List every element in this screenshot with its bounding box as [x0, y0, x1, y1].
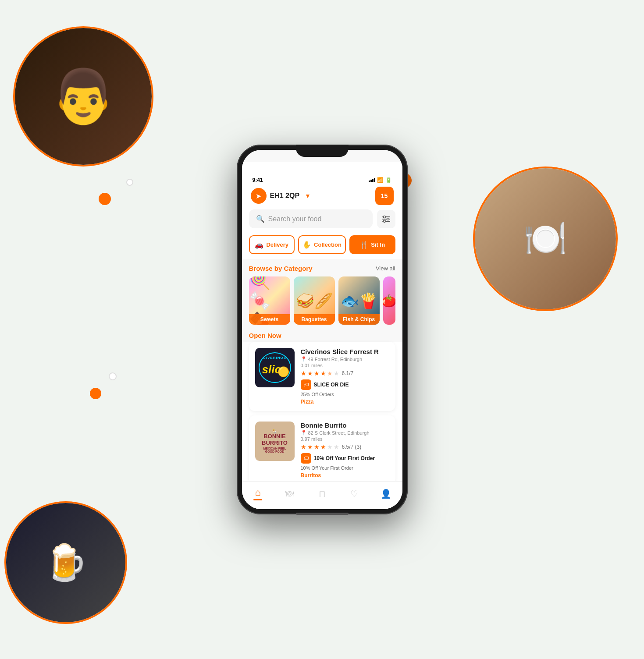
bottom-nav: ⌂ 🍽 ⊓ ♡ 👤 — [242, 481, 402, 509]
search-bar[interactable]: 🔍 Search your food — [249, 209, 373, 228]
location-pin-icon: 📍 — [301, 356, 307, 362]
bstar-2: ★ — [307, 443, 313, 450]
circle-restaurant: 🍽️ — [473, 167, 618, 311]
nav-table[interactable]: ⊓ — [306, 485, 338, 502]
heart-icon: ♡ — [350, 489, 358, 499]
scroll-area[interactable]: Browse by Category View all 🍭🍬🍫 Sweets 🥪… — [242, 259, 402, 481]
location-area[interactable]: ➤ EH1 2QP ▼ — [251, 188, 311, 204]
civerinos-cuisine: Pizza — [301, 399, 389, 405]
civerinos-info: Civerinos Slice Forrest R 📍 49 Forrest R… — [301, 348, 389, 405]
dot-white-3 — [109, 372, 117, 380]
tab-delivery[interactable]: 🚗 Delivery — [249, 235, 295, 254]
location-dropdown-icon: ▼ — [305, 192, 311, 199]
civerinos-rating: 6.1/7 — [342, 370, 354, 376]
status-bar: 9:41 📶 🔋 — [242, 162, 402, 183]
svg-point-4 — [387, 218, 389, 220]
star-3: ★ — [314, 370, 320, 377]
extra-bg: 🍅 — [383, 276, 395, 325]
bonnie-stars: ★ ★ ★ ★ ★ ★ 6.5/7 (3) — [301, 443, 389, 450]
fish-chips-label: Fish & Chips — [338, 314, 380, 325]
profile-icon: 👤 — [381, 489, 391, 499]
star-2: ★ — [307, 370, 313, 377]
bonnie-name: Bonnie Burrito — [301, 422, 389, 429]
nav-menu[interactable]: 🍽 — [274, 485, 306, 502]
svg-point-3 — [383, 216, 385, 218]
bonnie-rating: 6.5/7 (3) — [342, 444, 362, 450]
category-card-baguettes[interactable]: 🥪🥖 Baguettes — [294, 276, 335, 325]
civerinos-promo-title: SLICE OR DIE — [314, 382, 349, 388]
bstar-6: ★ — [334, 443, 339, 450]
restaurant-card-civerinos[interactable]: CIVERINOS slice 🟡 Civerinos Slice Forres… — [249, 342, 395, 411]
bonnie-promo-title: 10% Off Your First Order — [314, 455, 375, 461]
browse-section: Browse by Category View all 🍭🍬🍫 Sweets 🥪… — [242, 259, 402, 328]
category-card-sweets[interactable]: 🍭🍬🍫 Sweets — [249, 276, 290, 325]
signal-icon — [369, 178, 375, 182]
circle-bar: 🍺 — [4, 501, 127, 624]
cart-button[interactable]: 15 — [375, 187, 394, 205]
dot-orange-1 — [99, 193, 111, 205]
civerinos-stars: ★ ★ ★ ★ ★ ★ 6.1/7 — [301, 370, 389, 377]
bonnie-distance: 0.97 miles — [301, 436, 389, 442]
tab-collection[interactable]: ✋ Collection — [298, 235, 346, 254]
star-6: ★ — [334, 370, 339, 377]
search-placeholder: Search your food — [268, 215, 322, 223]
bstar-1: ★ — [301, 443, 306, 450]
phone-frame: 9:41 📶 🔋 ➤ — [237, 145, 408, 514]
app-content: 9:41 📶 🔋 ➤ — [242, 162, 402, 509]
collection-label: Collection — [314, 241, 342, 248]
bonnie-promo-sub: 10% Off Your First Order — [301, 465, 389, 471]
sit-in-label: Sit In — [371, 241, 385, 248]
restaurant-card-bonnie[interactable]: 🌯 BONNIEBURRITO MEXICAN FEEL GOOD FOOD B… — [249, 415, 395, 481]
menu-icon: 🍽 — [285, 489, 294, 499]
cart-badge: 15 — [381, 192, 388, 199]
nav-profile[interactable]: 👤 — [370, 485, 402, 502]
nav-favorites[interactable]: ♡ — [338, 485, 370, 502]
collection-icon: ✋ — [302, 241, 311, 249]
browse-header: Browse by Category View all — [249, 265, 395, 272]
tab-sit-in[interactable]: 🍴 Sit In — [349, 235, 395, 254]
star-4: ★ — [320, 370, 326, 377]
civerinos-distance: 0.01 miles — [301, 363, 389, 368]
dot-white-1 — [126, 179, 133, 186]
phone-mockup: 9:41 📶 🔋 ➤ — [237, 145, 408, 514]
civerinos-name: Civerinos Slice Forrest R — [301, 348, 389, 355]
search-icon: 🔍 — [256, 215, 265, 223]
svg-point-5 — [383, 220, 385, 222]
civerinos-address: 📍 49 Forrest Rd, Edinburgh — [301, 356, 389, 362]
bonnie-info: Bonnie Burrito 📍 82 S Clerk Street, Edin… — [301, 422, 389, 478]
home-icon: ⌂ — [255, 487, 260, 498]
home-indicator — [253, 499, 262, 500]
open-now-label: Open Now — [242, 328, 402, 342]
phone-notch — [296, 145, 349, 157]
search-section: 🔍 Search your food — [242, 209, 402, 234]
circle-man: 👨 — [13, 26, 153, 167]
bstar-4: ★ — [320, 443, 326, 450]
bonnie-address: 📍 82 S Clerk Street, Edinburgh — [301, 430, 389, 436]
bonnie-promo: 🏷 10% Off Your First Order — [301, 453, 389, 464]
bonnie-promo-icon: 🏷 — [301, 453, 311, 464]
dot-orange-3 — [90, 388, 101, 399]
bonnie-cuisine: Burritos — [301, 472, 389, 478]
civerinos-logo: CIVERINOS slice 🟡 — [255, 348, 295, 387]
nav-home[interactable]: ⌂ — [242, 485, 274, 502]
promo-icon: 🏷 — [301, 379, 311, 390]
category-card-extra[interactable]: 🍅 — [383, 276, 395, 325]
location-pin-icon-2: 📍 — [301, 430, 307, 436]
wifi-icon: 📶 — [377, 177, 384, 183]
star-1: ★ — [301, 370, 306, 377]
tabs-section: 🚗 Delivery ✋ Collection 🍴 Sit In — [242, 234, 402, 259]
sit-in-icon: 🍴 — [359, 241, 368, 249]
location-icon: ➤ — [251, 188, 267, 204]
table-icon: ⊓ — [319, 489, 326, 499]
bonnie-logo: 🌯 BONNIEBURRITO MEXICAN FEEL GOOD FOOD — [255, 422, 295, 461]
view-all-link[interactable]: View all — [376, 265, 395, 272]
category-card-fish-chips[interactable]: 🐟🍟 Fish & Chips — [338, 276, 380, 325]
sweets-label: Sweets — [249, 314, 290, 325]
civerinos-promo: 🏷 SLICE OR DIE — [301, 379, 389, 390]
filter-button[interactable] — [377, 210, 395, 228]
status-icons: 📶 🔋 — [369, 177, 392, 183]
category-grid: 🍭🍬🍫 Sweets 🥪🥖 Baguettes 🐟🍟 Fish & Chips — [249, 276, 395, 325]
app-header: ➤ EH1 2QP ▼ 15 — [242, 183, 402, 209]
bstar-3: ★ — [314, 443, 320, 450]
phone-screen: 9:41 📶 🔋 ➤ — [242, 150, 402, 509]
